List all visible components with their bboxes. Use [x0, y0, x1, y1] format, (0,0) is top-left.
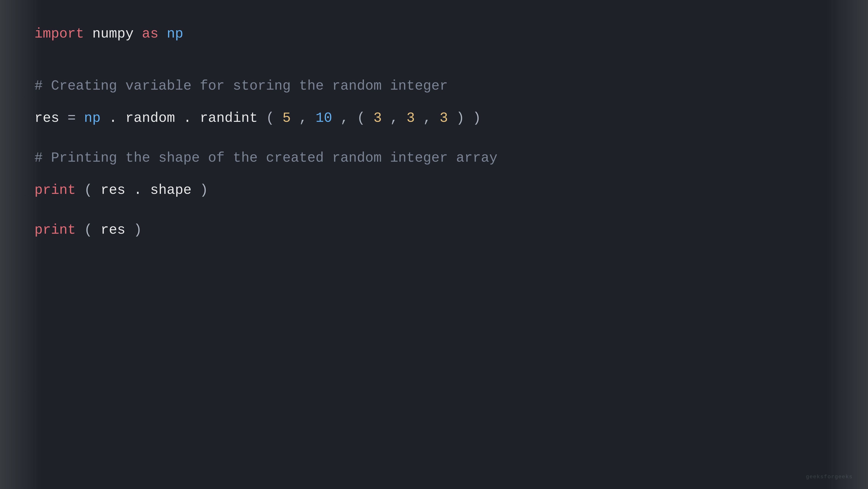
spacer-5 [34, 201, 834, 220]
np-ref: np [84, 110, 100, 126]
dot1: . [109, 110, 117, 126]
spacer-4 [34, 168, 834, 180]
print-fn-2: print [34, 222, 76, 238]
open-paren-2: ( [84, 182, 92, 198]
num-3b: 3 [407, 110, 415, 126]
num-10: 10 [315, 110, 332, 126]
spacer-3 [34, 128, 834, 148]
randint-fn: randint [200, 110, 257, 126]
comma3: , [390, 110, 406, 126]
shape-attr: shape [150, 182, 191, 198]
import-line: import numpy as np [34, 23, 834, 45]
open-paren-1: ( [266, 110, 274, 126]
assign-op: = [67, 110, 84, 126]
comment-2: # Printing the shape of the created rand… [34, 148, 834, 168]
comma2: , [340, 110, 357, 126]
numpy-module: numpy [92, 26, 133, 42]
close-paren-1: ) [473, 110, 481, 126]
open-tuple: ( [357, 110, 365, 126]
code-block: import numpy as np # Creating variable f… [0, 0, 868, 489]
comma4: , [423, 110, 439, 126]
random-attr: random [125, 110, 175, 126]
randint-line: res = np . random . randint ( 5 , 10 , (… [34, 108, 834, 128]
num-3c: 3 [439, 110, 448, 126]
res-var-2: res [101, 182, 126, 198]
open-paren-3: ( [84, 222, 92, 238]
import-keyword: import [34, 26, 84, 42]
num-3a: 3 [374, 110, 382, 126]
close-paren-3: ) [134, 222, 142, 238]
spacer-2 [34, 96, 834, 108]
comma1: , [299, 110, 315, 126]
as-keyword: as [142, 26, 158, 42]
dot2: . [183, 110, 191, 126]
close-tuple: ) [456, 110, 464, 126]
spacer-1 [34, 57, 834, 76]
res-var-3: res [101, 222, 126, 238]
np-alias: np [167, 26, 183, 42]
dot3: . [134, 182, 142, 198]
res-var: res [34, 110, 59, 126]
num-5: 5 [282, 110, 291, 126]
comment-1: # Creating variable for storing the rand… [34, 76, 834, 96]
print-shape-line: print ( res . shape ) [34, 180, 834, 201]
print-fn-1: print [34, 182, 76, 198]
watermark: geeksforgeeks [806, 473, 853, 481]
close-paren-2: ) [200, 182, 208, 198]
print-res-line: print ( res ) [34, 220, 834, 240]
